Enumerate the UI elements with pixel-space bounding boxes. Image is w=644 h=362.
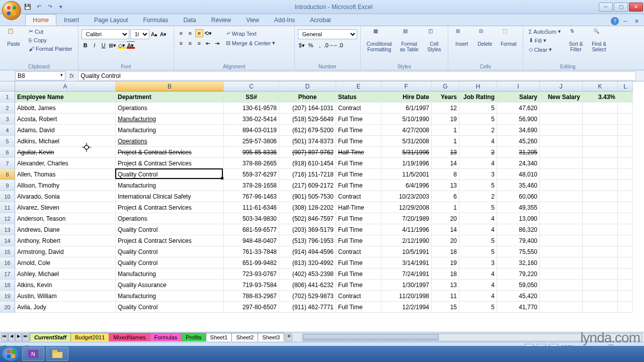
cell[interactable] [618,246,633,257]
cell[interactable]: (813) 320-4992 [279,257,336,268]
tab-page-layout[interactable]: Page Layout [87,14,135,26]
cell[interactable]: 111-61-6346 [224,202,279,213]
tab-nav-prev-icon[interactable]: ◀ [8,333,15,341]
cell[interactable]: 761-33-7848 [224,246,279,257]
cell[interactable]: (716) 151-7218 [279,169,336,180]
cell[interactable]: 4 [459,136,497,147]
help-icon[interactable]: ? [611,17,619,25]
cell[interactable] [618,268,633,280]
cell[interactable]: Project & Contract Services [116,147,224,158]
tab-nav-last-icon[interactable]: ⏭ [22,333,29,341]
cell[interactable]: Years [432,92,459,103]
row-header[interactable]: 4 [0,125,15,136]
cell[interactable]: 32,160 [497,257,540,268]
cell[interactable] [540,213,583,224]
cell[interactable] [540,169,583,180]
taskbar-explorer-icon[interactable] [46,347,68,361]
cell[interactable]: Quality Assurance [116,280,224,291]
cell[interactable]: Alvarez, Steven [15,202,116,213]
shrink-font-icon[interactable]: A▾ [159,30,168,38]
cell[interactable] [618,147,633,158]
cell[interactable]: Salary [497,92,540,103]
cell[interactable] [618,180,633,191]
increase-indent-icon[interactable]: ⇥ [213,39,221,47]
cell[interactable] [618,191,633,202]
cell[interactable]: Avila, Jody [15,302,116,313]
start-button[interactable] [2,347,20,361]
cell[interactable] [583,302,618,313]
cell[interactable]: 13,090 [497,213,540,224]
cell[interactable] [583,291,618,302]
cell[interactable] [583,280,618,291]
column-header[interactable]: G [432,81,459,92]
column-header[interactable]: A [15,81,116,92]
insert-button[interactable]: ⊞Insert [451,27,472,48]
cell[interactable]: 3.43% [583,92,618,103]
cell[interactable]: 41,770 [497,302,540,313]
cell[interactable]: 11/5/2001 [381,169,432,180]
cell[interactable] [540,114,583,125]
cell[interactable]: 56,900 [497,114,540,125]
cell[interactable]: SS# [224,92,279,103]
decrease-decimal-icon[interactable]: ←.0 [334,41,342,49]
sheet-tab-budget2011[interactable]: Budget2011 [70,333,109,341]
cell[interactable]: 651-99-9482 [224,257,279,268]
sheet-tab-sheet2[interactable]: Sheet2 [231,333,258,341]
number-format-select[interactable]: General [298,29,357,39]
cell[interactable]: Anderson, Teason [15,213,116,224]
cell[interactable]: 5 [459,103,497,114]
cell[interactable]: (612) 679-5200 [279,125,336,136]
cell[interactable] [583,114,618,125]
format-button[interactable]: ⬚Format [498,27,520,48]
column-header[interactable]: E [336,81,381,92]
cell[interactable]: Quality Control [116,224,224,235]
tab-acrobat[interactable]: Acrobat [302,14,338,26]
fill-color-icon[interactable]: ◇▾ [118,41,126,49]
cell[interactable] [583,235,618,246]
cell[interactable]: Quality Control [116,302,224,313]
cell[interactable]: Operations [116,213,224,224]
column-header[interactable]: L [618,81,633,92]
cell[interactable] [618,302,633,313]
copy-button[interactable]: ⎘Copy [26,36,75,44]
cell[interactable]: 13 [432,147,459,158]
cell[interactable]: Contract [336,246,381,257]
cell[interactable]: 34,690 [497,125,540,136]
delete-button[interactable]: ⊟Delete [474,27,496,48]
ribbon-close-icon[interactable]: ✕ [632,17,641,26]
maximize-button[interactable]: ▢ [614,3,628,12]
underline-button[interactable]: U [100,41,108,49]
cell[interactable]: 13 [432,180,459,191]
cell[interactable]: Operations [116,136,224,147]
sheet-tab-formulas[interactable]: Formulas [150,333,182,341]
cell[interactable]: Full Time [336,114,381,125]
cell[interactable]: 995-85-8336 [224,147,279,158]
cell[interactable]: Allison, Timothy [15,180,116,191]
cell[interactable]: Alexander, Charles [15,158,116,169]
cell[interactable]: 4 [459,291,497,302]
cell[interactable]: Abbott, James [15,103,116,114]
cell[interactable]: Project & Contract Services [116,158,224,169]
row-header[interactable]: 13 [0,224,15,235]
office-button[interactable] [2,1,21,20]
cell[interactable]: 24,340 [497,158,540,169]
cell[interactable]: 1/30/1997 [381,280,432,291]
cell[interactable]: 45,420 [497,291,540,302]
cell[interactable]: Hire Date [381,92,432,103]
cell[interactable]: 60,060 [497,191,540,202]
wrap-text-button[interactable]: ⤶Wrap Text [223,29,278,38]
cell[interactable] [618,158,633,169]
cell[interactable] [618,291,633,302]
cell[interactable]: 20 [432,235,459,246]
cell[interactable]: Full Time [336,280,381,291]
redo-icon[interactable]: ↷ [45,3,54,12]
cell[interactable] [583,246,618,257]
cell[interactable]: Andrews, Diane [15,224,116,235]
cell[interactable] [583,268,618,280]
cell[interactable]: 723-93-0767 [224,268,279,280]
cell[interactable]: (914) 494-4596 [279,246,336,257]
cell[interactable]: 10/23/2003 [381,191,432,202]
column-header[interactable]: K [583,81,618,92]
fx-icon[interactable]: fx [65,72,78,79]
cell[interactable] [583,169,618,180]
